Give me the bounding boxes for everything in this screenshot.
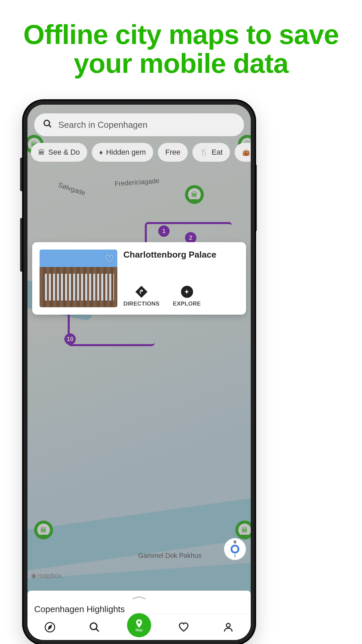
chip-label: Free	[165, 148, 180, 157]
bag-icon: 👜	[242, 148, 250, 156]
promo-headline: Offline city maps to save your mobile da…	[0, 20, 362, 78]
sheet-handle[interactable]	[132, 596, 146, 599]
circle-icon: ◉	[31, 572, 37, 580]
route-node[interactable]: 10	[64, 333, 76, 345]
map-poi-pin[interactable]: 🏛	[34, 521, 53, 539]
street-label: Fredericiagade	[114, 177, 160, 187]
museum-icon: 🏛	[38, 149, 45, 156]
svg-marker-3	[48, 625, 51, 629]
poi-label: Gammel Dok Pakhus	[138, 552, 201, 559]
nav-search[interactable]	[86, 619, 103, 635]
app-screen: Sølvgade Fredericiagade 🏛 🏛 🏛 🏛 🏛 1 2 10…	[27, 105, 251, 640]
search-placeholder: Search in Copenhagen	[58, 120, 147, 130]
phone-volume-down	[20, 218, 23, 272]
poi-image: ♡	[40, 250, 117, 307]
directions-label: DIRECTIONS	[123, 301, 160, 307]
directions-icon: ↱	[135, 286, 147, 298]
chip-more[interactable]: 👜 S	[235, 143, 251, 162]
map-poi-pin[interactable]: 🏛	[185, 185, 204, 204]
map-attribution: ◉ mapbox	[31, 572, 62, 580]
chip-free[interactable]: Free	[158, 143, 188, 162]
chip-see-do[interactable]: 🏛 See & Do	[31, 143, 87, 162]
map-pin-icon	[134, 619, 144, 629]
svg-point-4	[90, 623, 97, 630]
route-node[interactable]: 1	[158, 225, 170, 237]
chip-hidden-gem[interactable]: ♦ Hidden gem	[92, 143, 153, 162]
location-crosshair-icon	[231, 545, 239, 553]
gem-icon: ♦	[99, 149, 103, 156]
chip-eat[interactable]: 🍴 Eat	[192, 143, 230, 162]
explore-button[interactable]: ✦ EXPLORE	[173, 286, 201, 307]
nav-profile[interactable]	[220, 619, 236, 635]
search-icon	[43, 119, 52, 131]
svg-point-6	[227, 623, 230, 627]
poi-card[interactable]: ♡ Charlottenborg Palace ↱ DIRECTIONS ✦ E…	[32, 242, 246, 315]
chip-label: Eat	[212, 148, 223, 157]
nav-explore[interactable]	[42, 619, 58, 635]
route-node[interactable]: 2	[185, 232, 196, 244]
nav-favorites[interactable]	[176, 619, 192, 635]
explore-label: EXPLORE	[173, 301, 201, 307]
directions-button[interactable]: ↱ DIRECTIONS	[123, 286, 160, 307]
svg-point-0	[44, 120, 50, 125]
nav-map[interactable]: Map	[127, 613, 151, 637]
svg-line-5	[96, 629, 99, 632]
map-background[interactable]: Sølvgade Fredericiagade 🏛 🏛 🏛 🏛 🏛 1 2 10…	[27, 105, 251, 640]
poi-title: Charlottenborg Palace	[123, 250, 239, 260]
phone-volume-up	[20, 158, 23, 191]
nav-map-label: Map	[135, 628, 142, 632]
phone-frame: Sølvgade Fredericiagade 🏛 🏛 🏛 🏛 🏛 1 2 10…	[23, 101, 255, 644]
category-chip-row[interactable]: 🏛 See & Do ♦ Hidden gem Free 🍴 Eat 👜 S	[27, 143, 251, 162]
svg-line-1	[49, 125, 51, 127]
map-water	[27, 492, 251, 574]
favorite-button[interactable]: ♡	[105, 253, 114, 265]
chip-label: Hidden gem	[106, 148, 146, 157]
compass-icon: ✦	[181, 286, 193, 298]
cutlery-icon: 🍴	[200, 148, 208, 156]
chip-label: See & Do	[48, 148, 80, 157]
street-label: Sølvgade	[57, 181, 86, 197]
recenter-button[interactable]: N	[224, 538, 246, 560]
bottom-navbar: Map	[27, 614, 251, 640]
search-bar[interactable]: Search in Copenhagen	[34, 113, 244, 136]
